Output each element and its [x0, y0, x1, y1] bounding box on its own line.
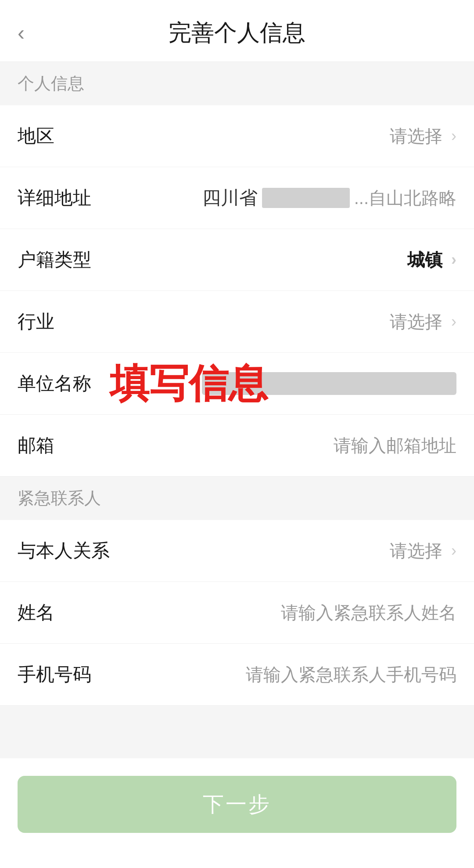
- bottom-area: 下一步: [0, 758, 474, 859]
- section-personal-info: 个人信息: [0, 62, 474, 105]
- household-type-label: 户籍类型: [18, 247, 114, 272]
- address-row[interactable]: 详细地址 四川省 ...自山北路略: [0, 167, 474, 229]
- industry-chevron-icon: ›: [451, 312, 456, 331]
- company-name-value: [114, 372, 456, 395]
- contact-phone-label: 手机号码: [18, 662, 114, 687]
- company-name-label: 单位名称: [18, 371, 114, 396]
- household-type-value: 城镇 ›: [114, 248, 456, 272]
- region-row[interactable]: 地区 请选择 ›: [0, 105, 474, 167]
- relationship-row[interactable]: 与本人关系 请选择 ›: [0, 520, 474, 582]
- email-label: 邮箱: [18, 433, 114, 458]
- email-value: 请输入邮箱地址: [114, 434, 456, 458]
- household-type-row[interactable]: 户籍类型 城镇 ›: [0, 229, 474, 291]
- relationship-label: 与本人关系: [18, 538, 114, 563]
- contact-name-row[interactable]: 姓名 请输入紧急联系人姓名: [0, 582, 474, 644]
- relationship-value: 请选择 ›: [114, 539, 456, 563]
- region-value: 请选择 ›: [114, 124, 456, 148]
- region-chevron-icon: ›: [451, 127, 456, 145]
- contact-name-label: 姓名: [18, 600, 114, 625]
- company-name-blurred: [202, 372, 456, 395]
- address-blurred-icon: [262, 188, 350, 208]
- industry-value: 请选择 ›: [114, 310, 456, 334]
- relationship-chevron-icon: ›: [451, 542, 456, 560]
- region-label: 地区: [18, 124, 114, 148]
- back-button[interactable]: ‹: [18, 22, 25, 43]
- industry-row[interactable]: 行业 请选择 ›: [0, 291, 474, 353]
- contact-phone-row[interactable]: 手机号码 请输入紧急联系人手机号码: [0, 644, 474, 706]
- address-label: 详细地址: [18, 186, 114, 210]
- page-title: 完善个人信息: [169, 18, 305, 48]
- company-name-row[interactable]: 单位名称: [0, 353, 474, 415]
- household-chevron-icon: ›: [451, 251, 456, 269]
- company-name-container: 单位名称 填写信息: [0, 353, 474, 415]
- address-value: 四川省 ...自山北路略: [202, 186, 456, 210]
- email-row[interactable]: 邮箱 请输入邮箱地址: [0, 415, 474, 477]
- industry-label: 行业: [18, 309, 114, 334]
- contact-name-value: 请输入紧急联系人姓名: [114, 601, 456, 625]
- header: ‹ 完善个人信息: [0, 0, 474, 62]
- next-button[interactable]: 下一步: [18, 776, 456, 833]
- contact-phone-value: 请输入紧急联系人手机号码: [114, 663, 456, 687]
- section-emergency-contact: 紧急联系人: [0, 477, 474, 520]
